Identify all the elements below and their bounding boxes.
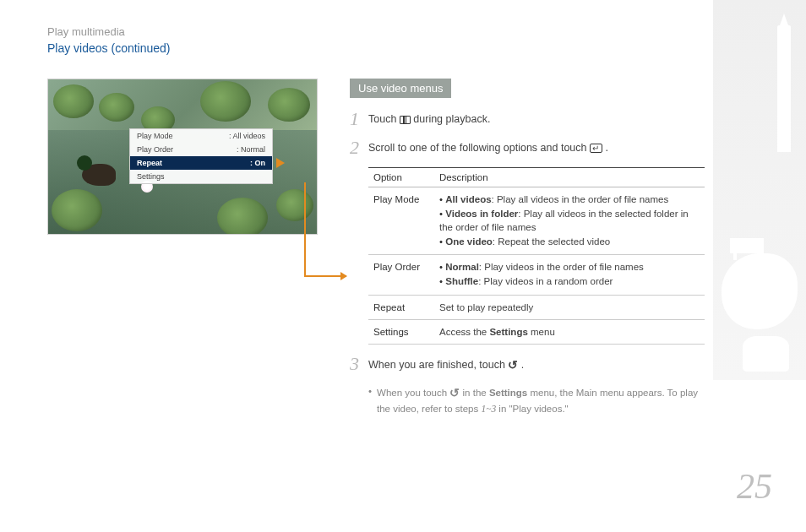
option-description: Set to play repeatedly (434, 295, 705, 319)
osd-menu-value: : On (250, 159, 265, 167)
table-row: SettingsAccess the Settings menu (368, 319, 705, 344)
option-description: Normal: Play videos in the order of file… (434, 255, 705, 295)
osd-menu-label: Repeat (137, 159, 162, 167)
menu-icon (400, 116, 411, 124)
osd-menu-label: Play Order (137, 145, 173, 154)
note-steps-range: 1~3 (481, 404, 496, 414)
osd-menu-row: Settings (130, 170, 272, 183)
note-bold: Settings (489, 387, 527, 397)
option-name: Play Order (368, 255, 434, 295)
option-name: Settings (368, 319, 434, 344)
step-2-text-before: Scroll to one of the following options a… (368, 142, 590, 154)
callout-connector (304, 182, 306, 277)
step-number: 3 (350, 355, 368, 373)
options-table: Option Description Play ModeAll videos: … (368, 167, 705, 345)
table-row: Play OrderNormal: Play videos in the ord… (368, 255, 705, 295)
callout-connector (304, 275, 346, 277)
step-2-text-after: . (605, 142, 607, 154)
table-row: RepeatSet to play repeatedly (368, 295, 705, 319)
osd-menu-label: Settings (137, 172, 165, 181)
osd-menu-value: : All videos (229, 132, 265, 140)
osd-menu-label: Play Mode (137, 132, 173, 140)
note-text: in "Play videos." (498, 404, 568, 414)
osd-menu-row: Play Order: Normal (130, 143, 272, 156)
option-name: Repeat (368, 295, 434, 319)
enter-icon (590, 144, 602, 153)
osd-menu-row: Repeat: On (130, 156, 272, 170)
list-item: Videos in folder: Play all videos in the… (439, 207, 700, 234)
back-icon: ↺ (449, 384, 460, 402)
note-text: When you touch (377, 387, 449, 397)
note-text: in the (463, 387, 489, 397)
step-3: 3 When you are finished, touch ↺ . (350, 355, 705, 374)
page-number: 25 (737, 466, 772, 507)
table-header-description: Description (434, 168, 705, 187)
step-3-text-before: When you are finished, touch (368, 359, 508, 371)
step-3-text-after: . (521, 359, 524, 371)
osd-menu-value: : Normal (237, 145, 265, 154)
table-header-option: Option (368, 168, 434, 187)
option-name: Play Mode (368, 187, 434, 255)
page-title: Play videos (continued) (47, 41, 705, 55)
on-screen-menu: Play Mode: All videosPlay Order: NormalR… (129, 128, 273, 184)
osd-menu-row: Play Mode: All videos (130, 129, 272, 143)
step-1: 1 Touch during playback. (350, 110, 705, 128)
step-3-note: • When you touch ↺ in the Settings menu,… (368, 384, 705, 416)
step-1-text-before: Touch (368, 113, 400, 125)
back-icon: ↺ (508, 356, 518, 374)
list-item: Normal: Play videos in the order of file… (439, 260, 700, 274)
step-number: 1 (350, 110, 368, 128)
step-number: 2 (350, 138, 368, 157)
device-screenshot: Play Mode: All videosPlay Order: NormalR… (47, 79, 318, 235)
section-heading: Use video menus (350, 79, 451, 98)
list-item: One video: Repeat the selected video (439, 235, 700, 248)
table-row: Play ModeAll videos: Play all videos in … (368, 187, 705, 255)
option-description: All videos: Play all videos in the order… (434, 187, 705, 255)
breadcrumb: Play multimedia (47, 25, 705, 38)
step-2: 2 Scroll to one of the following options… (350, 138, 705, 157)
step-1-text-after: during playback. (413, 113, 490, 125)
list-item: All videos: Play all videos in the order… (439, 193, 700, 206)
option-description: Access the Settings menu (434, 319, 705, 344)
list-item: Shuffle: Play videos in a random order (439, 274, 700, 288)
